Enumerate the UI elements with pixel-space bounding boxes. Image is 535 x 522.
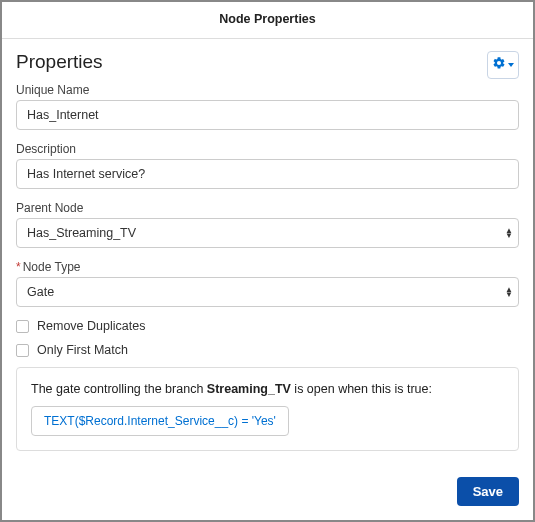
section-title: Properties [16,51,103,73]
section-header: Properties [16,51,519,79]
gate-description: The gate controlling the branch Streamin… [31,382,504,396]
gate-info-box: The gate controlling the branch Streamin… [16,367,519,451]
remove-duplicates-label: Remove Duplicates [37,319,145,333]
node-type-label-text: Node Type [23,260,81,274]
node-type-select[interactable] [16,277,519,307]
parent-node-label: Parent Node [16,201,519,215]
gate-branch-name: Streaming_TV [207,382,291,396]
gate-text-suffix: is open when this is true: [291,382,432,396]
node-type-select-wrap: ▲▼ [16,277,519,307]
settings-menu-button[interactable] [487,51,519,79]
unique-name-label: Unique Name [16,83,519,97]
window-title: Node Properties [2,2,533,39]
save-button[interactable]: Save [457,477,519,506]
description-field: Description [16,142,519,189]
gear-icon [492,56,506,74]
only-first-match-row: Only First Match [16,343,519,357]
dialog-frame: Node Properties Properties Unique Name D… [0,0,535,522]
parent-node-select-wrap: ▲▼ [16,218,519,248]
dialog-footer: Save [2,467,533,520]
remove-duplicates-row: Remove Duplicates [16,319,519,333]
node-type-label: *Node Type [16,260,519,274]
only-first-match-label: Only First Match [37,343,128,357]
only-first-match-checkbox[interactable] [16,344,29,357]
unique-name-input[interactable] [16,100,519,130]
gate-text-prefix: The gate controlling the branch [31,382,207,396]
node-type-field: *Node Type ▲▼ [16,260,519,307]
parent-node-field: Parent Node ▲▼ [16,201,519,248]
required-star: * [16,260,21,274]
gate-formula[interactable]: TEXT($Record.Internet_Service__c) = 'Yes… [31,406,289,436]
dialog-body: Properties Unique Name Description Paren… [2,39,533,467]
chevron-down-icon [508,63,514,67]
description-label: Description [16,142,519,156]
remove-duplicates-checkbox[interactable] [16,320,29,333]
parent-node-select[interactable] [16,218,519,248]
description-input[interactable] [16,159,519,189]
unique-name-field: Unique Name [16,83,519,130]
